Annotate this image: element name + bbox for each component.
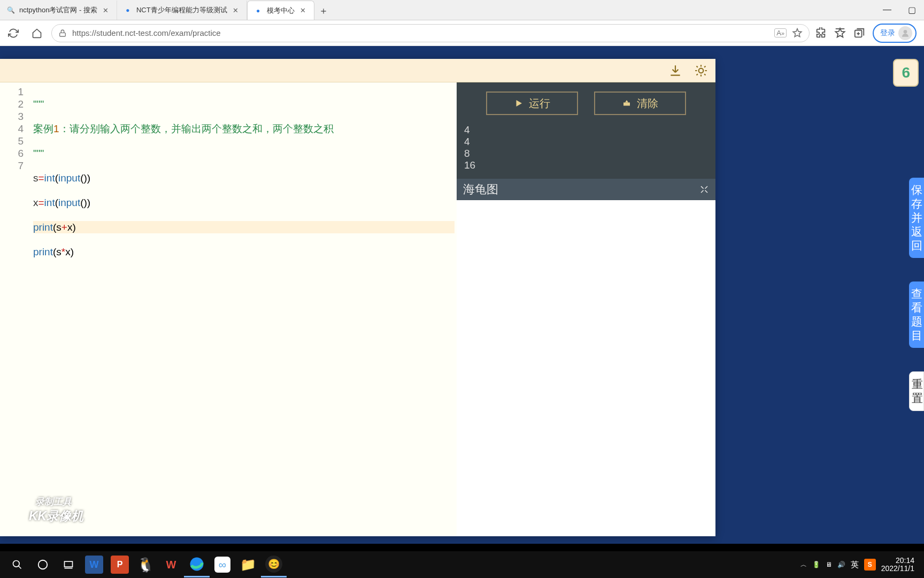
ime-indicator[interactable]: 英: [851, 560, 859, 570]
login-label: 登录: [880, 28, 895, 38]
clock-time: 20:14: [881, 557, 914, 565]
browser-tab-strip: 🔍 nctpython考试官网 - 搜索 ✕ ● NCT青少年编程能力等级测试 …: [0, 0, 924, 20]
battery-icon[interactable]: 🔋: [812, 561, 820, 568]
nav-right-icons: 登录: [815, 24, 920, 43]
view-question-button[interactable]: 查看题目: [909, 282, 924, 348]
run-button[interactable]: 运行: [486, 92, 578, 115]
turtle-canvas[interactable]: [457, 200, 715, 536]
page-content: 6 1234567 """ 案例1：请分别输入两个整数，并输出两个整数之和，两个…: [0, 46, 924, 544]
avatar-icon: [898, 26, 912, 40]
expand-icon[interactable]: [699, 185, 709, 194]
volume-icon[interactable]: 🔊: [837, 561, 845, 568]
svg-point-6: [699, 68, 704, 73]
tab-exam-center[interactable]: ● 模考中心 ✕: [247, 1, 314, 20]
turtle-panel-header: 海龟图: [457, 179, 715, 200]
taskbar[interactable]: W P 🐧 W ∞ 📁 😊 ︿ 🔋 🖥 🔊 英 S 20:14 2022/11/…: [0, 551, 924, 578]
favorites-icon[interactable]: [834, 27, 846, 39]
tab-title: NCT青少年编程能力等级测试: [136, 5, 227, 15]
explorer-icon[interactable]: 📁: [235, 552, 261, 577]
tab-title: nctpython考试官网 - 搜索: [19, 5, 97, 15]
minimize-button[interactable]: —: [875, 0, 899, 20]
watermark-top: 录制工具: [35, 496, 83, 508]
watermark: 录制工具 KK录像机: [29, 496, 83, 524]
wps-icon[interactable]: W: [158, 552, 184, 577]
close-icon[interactable]: ✕: [102, 6, 110, 14]
app-icon[interactable]: ∞: [210, 552, 235, 577]
svg-rect-7: [623, 103, 630, 106]
lock-icon: [58, 29, 67, 37]
theme-toggle-icon[interactable]: [694, 64, 708, 78]
clear-label: 清除: [637, 96, 658, 111]
line-gutter: 1234567: [0, 82, 31, 536]
collections-icon[interactable]: [853, 27, 865, 39]
site-icon: ●: [254, 6, 263, 15]
word-icon[interactable]: W: [85, 556, 103, 574]
task-view-button[interactable]: [56, 552, 81, 577]
qq-icon[interactable]: 🐧: [133, 552, 158, 577]
side-float-buttons: 保存并返回 查看题目 重置: [909, 178, 924, 411]
read-aloud-icon[interactable]: A»: [774, 28, 787, 37]
svg-point-10: [38, 560, 48, 569]
url-text: https://student.nct-test.com/exam/practi…: [72, 28, 769, 37]
cortana-button[interactable]: [30, 552, 56, 577]
svg-rect-0: [60, 33, 66, 36]
clock-date: 2022/11/1: [881, 565, 914, 573]
tab-title: 模考中心: [267, 6, 295, 16]
svg-line-9: [19, 566, 21, 569]
search-icon: 🔍: [6, 6, 15, 14]
download-icon[interactable]: [668, 64, 682, 78]
code-editor[interactable]: 1234567 """ 案例1：请分别输入两个整数，并输出两个整数之和，两个整数…: [0, 82, 457, 536]
question-number-badge: 6: [893, 59, 919, 87]
watermark-bottom: KK录像机: [29, 509, 83, 523]
new-tab-button[interactable]: ＋: [314, 2, 333, 20]
svg-point-5: [904, 30, 907, 34]
run-label: 运行: [529, 96, 550, 111]
clock[interactable]: 20:14 2022/11/1: [881, 557, 914, 573]
site-icon: ●: [124, 6, 132, 14]
tab-nct[interactable]: ● NCT青少年编程能力等级测试 ✕: [117, 1, 247, 20]
search-button[interactable]: [4, 552, 30, 577]
console-line: 4: [464, 136, 708, 148]
window-controls: — ▢: [875, 0, 924, 20]
clear-button[interactable]: 清除: [594, 92, 686, 115]
home-button[interactable]: [28, 24, 46, 42]
url-bar[interactable]: https://student.nct-test.com/exam/practi…: [51, 24, 810, 42]
sogou-icon[interactable]: S: [864, 559, 876, 571]
login-button[interactable]: 登录: [873, 24, 917, 43]
ide-body: 1234567 """ 案例1：请分别输入两个整数，并输出两个整数之和，两个整数…: [0, 82, 715, 536]
chevron-up-icon[interactable]: ︿: [800, 560, 807, 569]
svg-point-8: [13, 561, 20, 567]
tab-search[interactable]: 🔍 nctpython考试官网 - 搜索 ✕: [0, 1, 117, 20]
console-line: 16: [464, 159, 708, 171]
refresh-button[interactable]: [4, 24, 22, 42]
extensions-icon[interactable]: [815, 27, 827, 39]
network-icon[interactable]: 🖥: [826, 561, 832, 568]
close-icon[interactable]: ✕: [299, 6, 307, 15]
ide-toolbar: [0, 59, 715, 82]
star-icon[interactable]: [792, 28, 803, 39]
console-line: 8: [464, 148, 708, 159]
console-output[interactable]: 4 4 8 16: [457, 124, 715, 179]
edge-icon[interactable]: [184, 552, 210, 577]
reset-button[interactable]: 重置: [909, 371, 924, 411]
close-icon[interactable]: ✕: [232, 6, 240, 14]
console-line: 4: [464, 124, 708, 136]
recorder-icon[interactable]: 😊: [261, 552, 287, 577]
svg-rect-11: [65, 561, 73, 567]
code-area[interactable]: """ 案例1：请分别输入两个整数，并输出两个整数之和，两个整数之积 """ s…: [31, 82, 457, 536]
browser-nav-bar: https://student.nct-test.com/exam/practi…: [0, 20, 924, 46]
turtle-title: 海龟图: [463, 181, 498, 197]
save-return-button[interactable]: 保存并返回: [909, 178, 924, 258]
system-tray[interactable]: ︿ 🔋 🖥 🔊 英 S 20:14 2022/11/1: [800, 557, 920, 573]
ide-container: 1234567 """ 案例1：请分别输入两个整数，并输出两个整数之和，两个整数…: [0, 59, 715, 536]
powerpoint-icon[interactable]: P: [111, 556, 129, 574]
output-panel: 运行 清除 4 4 8 16 海龟图: [457, 82, 715, 536]
action-row: 运行 清除: [457, 82, 715, 124]
maximize-button[interactable]: ▢: [899, 0, 924, 20]
